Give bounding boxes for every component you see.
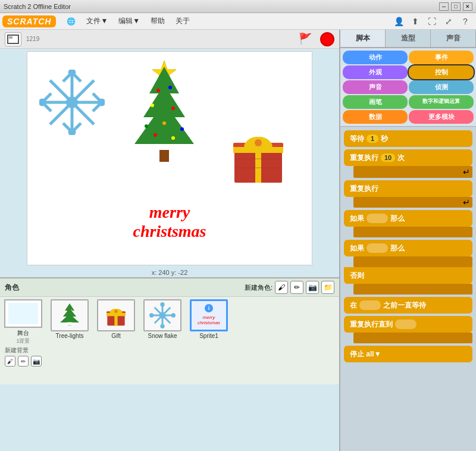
block-stop[interactable]: 停止 all▼ xyxy=(344,346,472,362)
block-forever[interactable]: 重复执行 xyxy=(344,180,472,197)
block-if[interactable]: 如果 那么 xyxy=(344,210,472,227)
menu-edit[interactable]: 编辑▼ xyxy=(114,15,145,27)
snowflake-sprite xyxy=(39,70,105,148)
cat-data[interactable]: 数据 xyxy=(343,110,408,124)
block-forever-group: 重复执行 ↵ xyxy=(344,180,472,208)
svg-point-67 xyxy=(161,325,164,327)
title-bar-text: Scratch 2 Offline Editor xyxy=(4,3,439,10)
menu-bar: SCRATCH 🌐 文件▼ 编辑▼ 帮助 关于 👤 ⬆ ⛶ ⤢ ? xyxy=(0,13,476,30)
sprite-label-sprite1: Sprite1 xyxy=(199,333,218,339)
stage-controls-right: 🚩 xyxy=(299,32,334,46)
block-ifelse[interactable]: 如果 那么 xyxy=(344,240,472,256)
stage-thumb-sub: 1背景 xyxy=(16,337,30,345)
content-area: 1219 🚩 xyxy=(0,30,476,451)
block-repeat-until-group: 重复执行直到 xyxy=(344,316,472,343)
paint-bg-button[interactable]: 🖌 xyxy=(5,356,15,367)
sprite-item-gift[interactable]: Gift xyxy=(95,299,137,339)
question-icon[interactable]: ? xyxy=(459,15,471,27)
toolbar-right: 👤 ⬆ ⛶ ⤢ ? xyxy=(393,15,471,27)
block-wait-until[interactable]: 在 之前一直等待 xyxy=(344,297,472,314)
block-if-group: 如果 那么 xyxy=(344,210,472,237)
block-repeat-until-body xyxy=(353,333,472,343)
gift-sprite xyxy=(228,123,288,183)
blocks-area: 等待 1 秒 重复执行 10 次 ↵ xyxy=(340,127,476,451)
cat-pen[interactable]: 画笔 xyxy=(343,95,408,109)
svg-point-29 xyxy=(168,86,172,89)
menu-file[interactable]: 文件▼ xyxy=(82,15,112,27)
stage-area: 1219 🚩 xyxy=(0,30,339,451)
cat-more[interactable]: 更多模块 xyxy=(409,110,474,124)
sprite-item-snowflake[interactable]: Snow flake xyxy=(142,299,183,339)
block-wait-input[interactable]: 1 xyxy=(367,134,378,143)
svg-point-33 xyxy=(162,121,166,125)
resize-icon[interactable]: ⤢ xyxy=(443,15,455,27)
close-button[interactable]: ✕ xyxy=(463,2,472,11)
block-repeat-input[interactable]: 10 xyxy=(381,154,395,162)
stage-thumb-image xyxy=(4,299,42,328)
cat-looks[interactable]: 外观 xyxy=(343,65,408,79)
sprites-panel: 角色 新建角色: 🖌 ✏ 📷 📁 xyxy=(0,277,339,384)
upload-sprite-button[interactable]: ✏ xyxy=(290,281,303,294)
upload-bg-button[interactable]: ✏ xyxy=(18,356,29,367)
scratch-logo: SCRATCH xyxy=(2,15,56,27)
menu-help[interactable]: 帮助 xyxy=(146,15,170,27)
sprites-list: 舞台 1背景 新建背景 🖌 ✏ 📷 xyxy=(0,297,339,384)
block-repeat-text: 重复执行 xyxy=(350,153,378,163)
svg-point-68 xyxy=(150,314,152,317)
stage-coords: x: 240 y: -22 xyxy=(0,268,339,277)
sprites-title: 角色 xyxy=(5,283,19,293)
svg-point-66 xyxy=(161,303,164,305)
block-if-body xyxy=(353,227,472,237)
menu-about[interactable]: 关于 xyxy=(171,15,195,27)
minimize-button[interactable]: ─ xyxy=(439,2,449,11)
block-stop-text: 停止 all▼ xyxy=(350,349,381,359)
sprite-label-gift: Gift xyxy=(111,333,121,339)
green-flag-button[interactable]: 🚩 xyxy=(299,32,315,46)
stop-button[interactable] xyxy=(320,32,334,46)
camera-bg-button[interactable]: 📷 xyxy=(31,356,42,367)
sprite-item-tree[interactable]: Tree-lights xyxy=(49,299,90,339)
stage-thumbnail[interactable]: 舞台 1背景 新建背景 🖌 ✏ 📷 xyxy=(2,299,44,367)
cat-motion[interactable]: 动作 xyxy=(343,51,408,64)
tab-costumes[interactable]: 造型 xyxy=(386,30,431,47)
sprite-item-sprite1[interactable]: i merrychristsmas Sprite1 xyxy=(188,299,230,339)
sprite1-text: merrychristsmas xyxy=(133,203,206,241)
svg-rect-40 xyxy=(233,147,283,153)
block-repeat-until-text: 重复执行直到 xyxy=(350,320,393,330)
fullscreen-icon[interactable]: ⛶ xyxy=(426,15,438,27)
cat-operators[interactable]: 数字和逻辑运算 xyxy=(409,95,474,109)
svg-rect-1 xyxy=(9,36,12,39)
sprite-label-tree: Tree-lights xyxy=(56,333,84,339)
choose-sprite-button[interactable]: 📁 xyxy=(321,281,334,294)
block-repeat-until[interactable]: 重复执行直到 xyxy=(344,316,472,333)
tab-sounds[interactable]: 声音 xyxy=(431,30,476,47)
block-wait-suffix: 秒 xyxy=(381,134,388,144)
svg-point-15 xyxy=(70,70,74,75)
block-wait-text: 等待 xyxy=(350,134,364,144)
svg-point-18 xyxy=(99,100,104,105)
block-wait-until-after: 之前一直等待 xyxy=(383,300,426,311)
person-icon[interactable]: 👤 xyxy=(393,15,405,27)
menu-lang[interactable]: 🌐 xyxy=(62,16,80,27)
stage-view-button[interactable] xyxy=(5,32,21,46)
cat-control[interactable]: 控制 xyxy=(409,65,474,79)
block-wait-until-before: 在 xyxy=(350,300,357,311)
block-wait[interactable]: 等待 1 秒 xyxy=(344,130,472,147)
block-repeat[interactable]: 重复执行 10 次 xyxy=(344,149,472,166)
maximize-button[interactable]: □ xyxy=(451,2,461,11)
block-repeat-until-condition xyxy=(395,320,416,329)
blocks-tabs: 脚本 造型 声音 xyxy=(340,30,476,48)
cat-sound[interactable]: 声音 xyxy=(343,80,408,94)
block-ifelse-group: 如果 那么 否则 xyxy=(344,240,472,295)
camera-sprite-button[interactable]: 📷 xyxy=(306,281,319,294)
title-bar-buttons: ─ □ ✕ xyxy=(439,2,472,11)
svg-point-69 xyxy=(172,314,174,317)
block-else[interactable]: 否则 xyxy=(344,267,472,284)
svg-rect-46 xyxy=(8,303,38,324)
paint-new-sprite-button[interactable]: 🖌 xyxy=(275,281,288,294)
cat-events[interactable]: 事件 xyxy=(409,51,474,64)
cat-sensing[interactable]: 侦测 xyxy=(409,80,474,94)
upload-icon[interactable]: ⬆ xyxy=(409,15,421,27)
svg-marker-49 xyxy=(60,314,79,322)
tab-scripts[interactable]: 脚本 xyxy=(340,30,386,47)
